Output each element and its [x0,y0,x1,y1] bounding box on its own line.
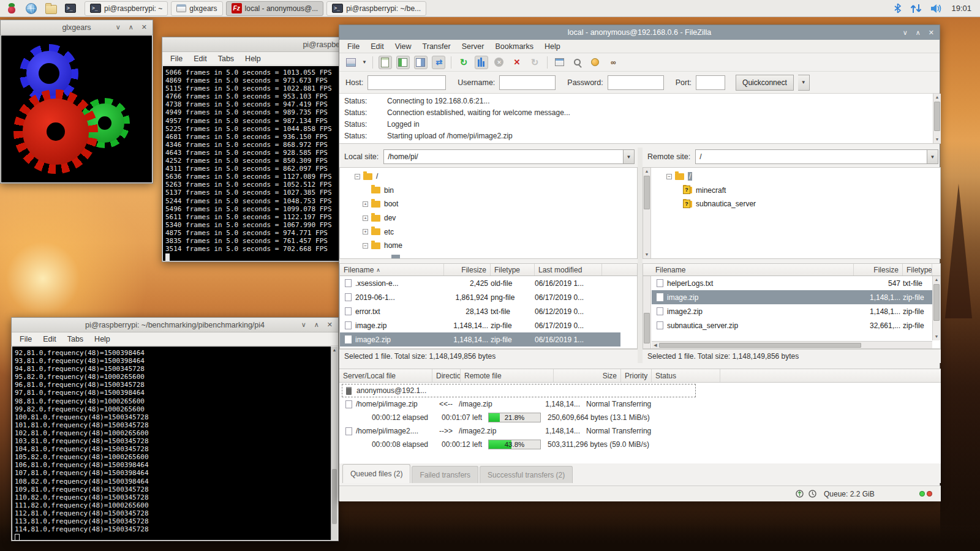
menu-raspberry-icon[interactable] [4,1,20,16]
column-header-filesize[interactable]: Filesize [444,264,491,276]
cancel-operation-icon[interactable]: ✕ [492,56,506,69]
tree-item-bin[interactable]: bin [340,184,637,198]
port-input[interactable] [696,75,725,90]
remote-file-list[interactable]: ▲ ▼ ◀ helperLogs.txt547txt-fileimage.zip… [643,276,941,349]
menu-tabs[interactable]: Tabs [62,334,89,345]
menu-help[interactable]: Help [89,334,116,345]
menu-transfer[interactable]: Transfer [417,41,456,52]
process-queue-icon[interactable] [475,56,488,69]
column-header-filetype[interactable]: Filetype [903,264,932,276]
queue-column-size[interactable]: Size [554,369,621,382]
filezilla-titlebar[interactable]: local - anonymous@192.168.0.6 - FileZill… [339,25,940,40]
scroll-up-icon[interactable]: ▲ [643,168,650,175]
menu-help[interactable]: Help [539,41,566,52]
minus-expander-icon[interactable]: − [363,243,368,249]
menu-view[interactable]: View [390,41,417,52]
site-manager-dropdown-icon[interactable]: ▼ [362,59,367,65]
local-directory-tree[interactable]: −/bin+boot+dev+etc−home [339,167,638,259]
toggle-queue-indicator-icon[interactable] [796,490,804,498]
taskbar-window-button[interactable]: Fzlocal - anonymous@... [226,1,324,16]
glxgears-titlebar[interactable]: glxgears ∨∧✕ [1,20,153,35]
queue-server-row[interactable]: anonymous@192.1... [342,384,696,397]
column-header-last-modified[interactable]: Last modified [535,264,602,276]
remote-tree-scrollbar[interactable]: ▲ ▼ [643,168,651,258]
scroll-up-icon[interactable]: ▲ [331,347,337,353]
column-header-filesize[interactable]: Filesize [854,264,903,276]
bluetooth-icon[interactable] [894,3,902,13]
file-row-subnautica-server-zip[interactable]: subnautica_server.zip32,661,...zip-file [652,318,940,332]
menu-edit[interactable]: Edit [37,334,62,345]
toggle-queue-icon[interactable]: ⇄ [432,56,445,69]
menu-tabs[interactable]: Tabs [213,53,239,64]
local-file-list[interactable]: .xsession-e...2,425old-file06/16/2019 1.… [339,276,638,349]
taskbar-window-button[interactable]: glxgears [171,1,222,16]
directory-comparison-icon[interactable] [571,56,584,69]
refresh-icon[interactable]: ↻ [457,56,470,69]
toggle-remote-tree-icon[interactable] [414,56,428,69]
tab-queued-files-[interactable]: Queued files (2) [342,464,410,483]
file-row-image-zip[interactable]: image.zip1,148,1...zip-file [652,290,941,304]
terminal-bottom-scrollbar[interactable]: ▲ [331,347,337,540]
remote-site-combo[interactable]: / ▼ [695,149,938,164]
queue-column-priority[interactable]: Priority [621,369,652,382]
queue-transfer-row[interactable]: /home/pi/image.zip<<--/image.zip1,148,14… [339,397,941,411]
file-row--xsession-e-[interactable]: .xsession-e...2,425old-file06/16/2019 1.… [340,276,637,290]
queue-column-status[interactable]: Status [652,369,720,382]
scroll-down-icon[interactable]: ▼ [933,136,941,143]
file-row-image-zip[interactable]: image.zip1,148,14...zip-file06/17/2019 0… [340,318,637,332]
tree-item-root[interactable]: −/ [652,170,940,184]
remote-list-scrollbar[interactable]: ▲ ▼ [932,276,940,340]
column-header-filename[interactable]: Filename [652,264,854,276]
close-icon[interactable]: ✕ [141,23,147,31]
column-header-filetype[interactable]: Filetype [491,264,535,276]
site-manager-icon[interactable] [344,56,358,69]
terminal-bottom-titlebar[interactable]: pi@raspberrypi: ~/benchmarking/pibenchma… [12,318,338,332]
close-icon[interactable]: ✕ [327,321,333,329]
shade-icon[interactable]: ∨ [903,29,908,37]
toggle-local-tree-icon[interactable] [396,56,410,69]
plus-expander-icon[interactable]: + [363,229,368,234]
tree-item-root[interactable]: −/ [340,170,637,184]
menu-help[interactable]: Help [239,53,266,64]
reconnect-icon[interactable]: ↻ [528,56,541,69]
synchronized-browsing-icon[interactable] [589,56,602,69]
pane-splitter[interactable] [638,148,643,363]
taskbar-window-button[interactable]: >_pi@raspberrypi: ~/be... [326,1,426,16]
file-manager-icon[interactable] [43,1,59,16]
scroll-down-icon[interactable]: ▼ [643,251,650,258]
menu-file[interactable]: File [165,53,188,64]
queue-transfer-row[interactable]: /home/pi/image2....-->>/image2.zip1,148,… [339,424,941,438]
tree-item-boot[interactable]: +boot [340,197,637,211]
menu-edit[interactable]: Edit [188,53,213,64]
scroll-left-icon[interactable]: ◀ [652,343,659,348]
scroll-up-icon[interactable]: ▲ [933,94,941,101]
host-input[interactable] [368,75,446,90]
scroll-down-icon[interactable]: ▼ [933,333,940,340]
terminal-bottom-output[interactable]: 92,81.0,frequency(48)=150039846493,81.0,… [12,347,331,540]
shade-icon[interactable]: ∨ [116,23,121,31]
maximize-icon[interactable]: ∧ [916,29,921,37]
tab-successful-transfers-[interactable]: Successful transfers (2) [480,466,573,483]
plus-expander-icon[interactable]: + [363,201,368,207]
remote-directory-tree[interactable]: ▲ ▼ −/minecraftsubnautica_server [643,167,941,259]
disconnect-icon[interactable]: ✕ [510,56,524,69]
chevron-down-icon[interactable]: ▼ [623,150,634,163]
taskbar-window-button[interactable]: >_pi@raspberrypi: ~ [85,1,168,16]
find-files-icon[interactable]: ∞ [606,56,620,69]
password-input[interactable] [608,75,664,90]
file-row-error-txt[interactable]: error.txt28,143txt-file06/12/2019 0... [340,304,637,318]
tree-item-etc[interactable]: +etc [340,225,637,239]
username-input[interactable] [499,75,556,90]
menu-bookmarks[interactable]: Bookmarks [489,41,539,52]
activity-indicator-icon[interactable] [809,490,816,498]
remote-list-left-scrollbar[interactable] [643,276,651,348]
filter-icon[interactable] [553,56,567,69]
tree-item-minecraft[interactable]: minecraft [652,184,940,198]
maximize-icon[interactable]: ∧ [314,321,319,329]
menu-file[interactable]: File [342,41,365,52]
minus-expander-icon[interactable]: − [355,174,360,179]
queue-column-directio[interactable]: Directio [432,369,461,382]
queue-column-remote-file[interactable]: Remote file [461,369,554,382]
quickconnect-dropdown-icon[interactable]: ▼ [798,75,810,91]
toggle-log-icon[interactable] [379,56,392,69]
